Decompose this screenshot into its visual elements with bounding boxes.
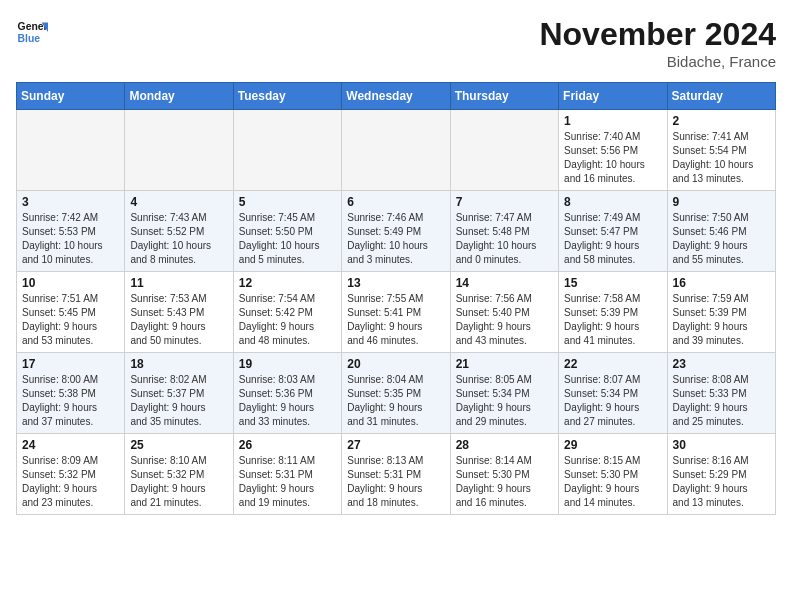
calendar-cell: 5Sunrise: 7:45 AM Sunset: 5:50 PM Daylig… xyxy=(233,191,341,272)
day-number: 2 xyxy=(673,114,770,128)
day-info: Sunrise: 7:40 AM Sunset: 5:56 PM Dayligh… xyxy=(564,130,661,186)
day-number: 27 xyxy=(347,438,444,452)
day-number: 6 xyxy=(347,195,444,209)
weekday-header: Thursday xyxy=(450,83,558,110)
location: Bidache, France xyxy=(539,53,776,70)
day-number: 19 xyxy=(239,357,336,371)
day-number: 29 xyxy=(564,438,661,452)
day-info: Sunrise: 7:45 AM Sunset: 5:50 PM Dayligh… xyxy=(239,211,336,267)
month-title: November 2024 xyxy=(539,16,776,53)
day-info: Sunrise: 8:04 AM Sunset: 5:35 PM Dayligh… xyxy=(347,373,444,429)
day-number: 17 xyxy=(22,357,119,371)
day-info: Sunrise: 8:13 AM Sunset: 5:31 PM Dayligh… xyxy=(347,454,444,510)
calendar-cell: 14Sunrise: 7:56 AM Sunset: 5:40 PM Dayli… xyxy=(450,272,558,353)
logo: General Blue xyxy=(16,16,48,48)
calendar-week-row: 17Sunrise: 8:00 AM Sunset: 5:38 PM Dayli… xyxy=(17,353,776,434)
page-header: General Blue November 2024 Bidache, Fran… xyxy=(16,16,776,70)
calendar-cell: 1Sunrise: 7:40 AM Sunset: 5:56 PM Daylig… xyxy=(559,110,667,191)
day-info: Sunrise: 8:05 AM Sunset: 5:34 PM Dayligh… xyxy=(456,373,553,429)
weekday-header: Sunday xyxy=(17,83,125,110)
day-info: Sunrise: 7:41 AM Sunset: 5:54 PM Dayligh… xyxy=(673,130,770,186)
calendar-cell: 20Sunrise: 8:04 AM Sunset: 5:35 PM Dayli… xyxy=(342,353,450,434)
calendar-cell: 9Sunrise: 7:50 AM Sunset: 5:46 PM Daylig… xyxy=(667,191,775,272)
day-number: 23 xyxy=(673,357,770,371)
day-number: 8 xyxy=(564,195,661,209)
day-info: Sunrise: 7:50 AM Sunset: 5:46 PM Dayligh… xyxy=(673,211,770,267)
calendar-cell: 29Sunrise: 8:15 AM Sunset: 5:30 PM Dayli… xyxy=(559,434,667,515)
day-number: 14 xyxy=(456,276,553,290)
calendar-cell: 27Sunrise: 8:13 AM Sunset: 5:31 PM Dayli… xyxy=(342,434,450,515)
day-number: 28 xyxy=(456,438,553,452)
day-number: 12 xyxy=(239,276,336,290)
svg-text:Blue: Blue xyxy=(18,33,41,44)
weekday-header: Tuesday xyxy=(233,83,341,110)
calendar-cell xyxy=(342,110,450,191)
calendar-cell: 26Sunrise: 8:11 AM Sunset: 5:31 PM Dayli… xyxy=(233,434,341,515)
weekday-header: Wednesday xyxy=(342,83,450,110)
calendar-cell xyxy=(450,110,558,191)
day-number: 22 xyxy=(564,357,661,371)
day-number: 16 xyxy=(673,276,770,290)
day-number: 21 xyxy=(456,357,553,371)
calendar-cell: 30Sunrise: 8:16 AM Sunset: 5:29 PM Dayli… xyxy=(667,434,775,515)
day-number: 10 xyxy=(22,276,119,290)
day-number: 7 xyxy=(456,195,553,209)
weekday-header-row: SundayMondayTuesdayWednesdayThursdayFrid… xyxy=(17,83,776,110)
calendar-cell xyxy=(233,110,341,191)
day-number: 15 xyxy=(564,276,661,290)
day-number: 5 xyxy=(239,195,336,209)
day-info: Sunrise: 7:51 AM Sunset: 5:45 PM Dayligh… xyxy=(22,292,119,348)
day-number: 20 xyxy=(347,357,444,371)
calendar-cell: 15Sunrise: 7:58 AM Sunset: 5:39 PM Dayli… xyxy=(559,272,667,353)
day-number: 4 xyxy=(130,195,227,209)
calendar-cell: 6Sunrise: 7:46 AM Sunset: 5:49 PM Daylig… xyxy=(342,191,450,272)
weekday-header: Monday xyxy=(125,83,233,110)
calendar-cell: 13Sunrise: 7:55 AM Sunset: 5:41 PM Dayli… xyxy=(342,272,450,353)
day-info: Sunrise: 8:09 AM Sunset: 5:32 PM Dayligh… xyxy=(22,454,119,510)
calendar-cell: 11Sunrise: 7:53 AM Sunset: 5:43 PM Dayli… xyxy=(125,272,233,353)
day-info: Sunrise: 7:58 AM Sunset: 5:39 PM Dayligh… xyxy=(564,292,661,348)
calendar-week-row: 3Sunrise: 7:42 AM Sunset: 5:53 PM Daylig… xyxy=(17,191,776,272)
day-number: 3 xyxy=(22,195,119,209)
day-number: 30 xyxy=(673,438,770,452)
day-info: Sunrise: 7:55 AM Sunset: 5:41 PM Dayligh… xyxy=(347,292,444,348)
day-info: Sunrise: 7:59 AM Sunset: 5:39 PM Dayligh… xyxy=(673,292,770,348)
day-number: 26 xyxy=(239,438,336,452)
calendar-cell: 2Sunrise: 7:41 AM Sunset: 5:54 PM Daylig… xyxy=(667,110,775,191)
day-info: Sunrise: 8:15 AM Sunset: 5:30 PM Dayligh… xyxy=(564,454,661,510)
day-info: Sunrise: 8:16 AM Sunset: 5:29 PM Dayligh… xyxy=(673,454,770,510)
day-info: Sunrise: 7:42 AM Sunset: 5:53 PM Dayligh… xyxy=(22,211,119,267)
day-info: Sunrise: 7:46 AM Sunset: 5:49 PM Dayligh… xyxy=(347,211,444,267)
weekday-header: Friday xyxy=(559,83,667,110)
day-info: Sunrise: 8:14 AM Sunset: 5:30 PM Dayligh… xyxy=(456,454,553,510)
day-number: 25 xyxy=(130,438,227,452)
title-block: November 2024 Bidache, France xyxy=(539,16,776,70)
day-info: Sunrise: 8:11 AM Sunset: 5:31 PM Dayligh… xyxy=(239,454,336,510)
calendar-table: SundayMondayTuesdayWednesdayThursdayFrid… xyxy=(16,82,776,515)
calendar-cell: 10Sunrise: 7:51 AM Sunset: 5:45 PM Dayli… xyxy=(17,272,125,353)
calendar-cell xyxy=(17,110,125,191)
logo-icon: General Blue xyxy=(16,16,48,48)
calendar-week-row: 1Sunrise: 7:40 AM Sunset: 5:56 PM Daylig… xyxy=(17,110,776,191)
calendar-cell: 17Sunrise: 8:00 AM Sunset: 5:38 PM Dayli… xyxy=(17,353,125,434)
day-info: Sunrise: 7:53 AM Sunset: 5:43 PM Dayligh… xyxy=(130,292,227,348)
day-number: 13 xyxy=(347,276,444,290)
day-info: Sunrise: 8:10 AM Sunset: 5:32 PM Dayligh… xyxy=(130,454,227,510)
day-info: Sunrise: 7:47 AM Sunset: 5:48 PM Dayligh… xyxy=(456,211,553,267)
day-info: Sunrise: 7:54 AM Sunset: 5:42 PM Dayligh… xyxy=(239,292,336,348)
weekday-header: Saturday xyxy=(667,83,775,110)
day-info: Sunrise: 7:43 AM Sunset: 5:52 PM Dayligh… xyxy=(130,211,227,267)
day-info: Sunrise: 8:03 AM Sunset: 5:36 PM Dayligh… xyxy=(239,373,336,429)
calendar-cell: 4Sunrise: 7:43 AM Sunset: 5:52 PM Daylig… xyxy=(125,191,233,272)
day-number: 18 xyxy=(130,357,227,371)
calendar-week-row: 24Sunrise: 8:09 AM Sunset: 5:32 PM Dayli… xyxy=(17,434,776,515)
calendar-cell: 18Sunrise: 8:02 AM Sunset: 5:37 PM Dayli… xyxy=(125,353,233,434)
calendar-cell: 8Sunrise: 7:49 AM Sunset: 5:47 PM Daylig… xyxy=(559,191,667,272)
calendar-cell: 24Sunrise: 8:09 AM Sunset: 5:32 PM Dayli… xyxy=(17,434,125,515)
calendar-cell: 21Sunrise: 8:05 AM Sunset: 5:34 PM Dayli… xyxy=(450,353,558,434)
calendar-cell: 3Sunrise: 7:42 AM Sunset: 5:53 PM Daylig… xyxy=(17,191,125,272)
calendar-cell: 19Sunrise: 8:03 AM Sunset: 5:36 PM Dayli… xyxy=(233,353,341,434)
day-info: Sunrise: 8:08 AM Sunset: 5:33 PM Dayligh… xyxy=(673,373,770,429)
calendar-cell: 16Sunrise: 7:59 AM Sunset: 5:39 PM Dayli… xyxy=(667,272,775,353)
day-number: 9 xyxy=(673,195,770,209)
